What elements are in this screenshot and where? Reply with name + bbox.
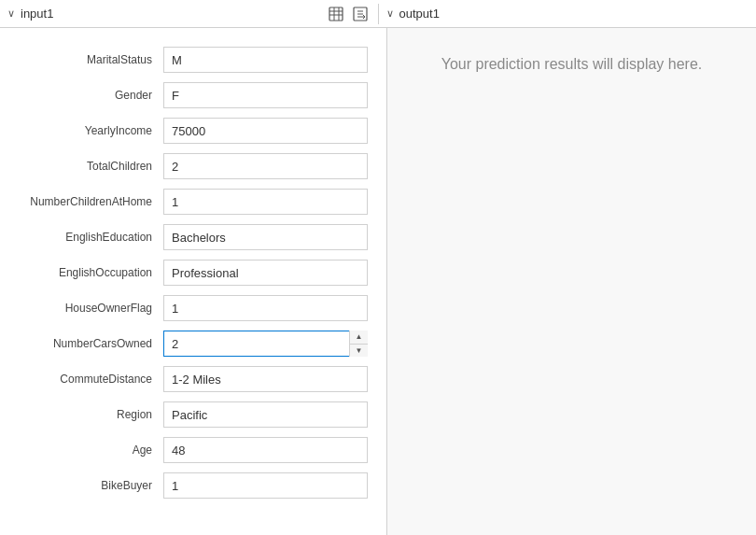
input-commutedistance[interactable] — [163, 366, 368, 392]
input-yearlyincome[interactable] — [163, 118, 368, 144]
spinner-up-button[interactable]: ▲ — [350, 331, 368, 345]
label-numbercarsowned: NumberCarsOwned — [19, 337, 163, 350]
input-houseownerflag[interactable] — [163, 295, 368, 321]
form-row: Age — [19, 437, 368, 463]
output-panel: Your prediction results will display her… — [387, 28, 756, 535]
input-maritalstatus[interactable] — [163, 47, 368, 73]
form-row: CommuteDistance — [19, 366, 368, 392]
label-totalchildren: TotalChildren — [19, 160, 163, 173]
label-houseownerflag: HouseOwnerFlag — [19, 302, 163, 315]
output-placeholder-text: Your prediction results will display her… — [441, 56, 703, 73]
form-row: NumberChildrenAtHome — [19, 189, 368, 215]
form-row: HouseOwnerFlag — [19, 295, 368, 321]
input-numbercarsowned[interactable] — [163, 331, 368, 357]
label-englishoccupation: EnglishOccupation — [19, 266, 163, 279]
input-englisheducation[interactable] — [163, 224, 368, 250]
label-region: Region — [19, 408, 163, 421]
form-row: YearlyIncome — [19, 118, 368, 144]
input-bikebuyer[interactable] — [163, 472, 368, 499]
label-yearlyincome: YearlyIncome — [19, 124, 163, 137]
form-row: Gender — [19, 82, 368, 108]
input-englishoccupation[interactable] — [163, 260, 368, 286]
input-totalchildren[interactable] — [163, 153, 368, 179]
form-container: MaritalStatusGenderYearlyIncomeTotalChil… — [19, 47, 368, 499]
label-numberchildrenathome: NumberChildrenAtHome — [19, 195, 163, 208]
output-panel-header: ∨ output1 — [379, 7, 749, 21]
output-chevron-icon: ∨ — [386, 7, 394, 20]
table-icon[interactable] — [326, 4, 346, 24]
form-row: EnglishOccupation — [19, 260, 368, 286]
label-gender: Gender — [19, 89, 163, 102]
input-gender[interactable] — [163, 82, 368, 108]
spinner-down-button[interactable]: ▼ — [350, 345, 368, 358]
main-content: MaritalStatusGenderYearlyIncomeTotalChil… — [0, 28, 756, 535]
form-row: EnglishEducation — [19, 224, 368, 250]
input-panel-title: input1 — [21, 7, 53, 21]
input-toolbar-icons — [326, 4, 371, 24]
input-panel: MaritalStatusGenderYearlyIncomeTotalChil… — [0, 28, 387, 535]
label-commutedistance: CommuteDistance — [19, 373, 163, 386]
top-bar: ∨ input1 — [0, 0, 756, 28]
input-panel-header: ∨ input1 — [7, 4, 379, 24]
label-bikebuyer: BikeBuyer — [19, 479, 163, 492]
spinner-buttons: ▲▼ — [349, 331, 368, 357]
label-maritalstatus: MaritalStatus — [19, 53, 163, 66]
label-englisheducation: EnglishEducation — [19, 231, 163, 244]
form-row: BikeBuyer — [19, 472, 368, 499]
input-chevron-icon: ∨ — [7, 7, 15, 20]
svg-rect-0 — [329, 7, 343, 21]
form-row: Region — [19, 401, 368, 428]
form-row: MaritalStatus — [19, 47, 368, 73]
output-panel-title: output1 — [399, 7, 440, 21]
form-row: TotalChildren — [19, 153, 368, 179]
input-region[interactable] — [163, 401, 368, 428]
input-age[interactable] — [163, 437, 368, 463]
number-wrapper-numbercarsowned: ▲▼ — [163, 331, 368, 357]
input-numberchildrenathome[interactable] — [163, 189, 368, 215]
label-age: Age — [19, 443, 163, 457]
form-row: NumberCarsOwned▲▼ — [19, 331, 368, 357]
export-icon[interactable] — [350, 4, 371, 24]
